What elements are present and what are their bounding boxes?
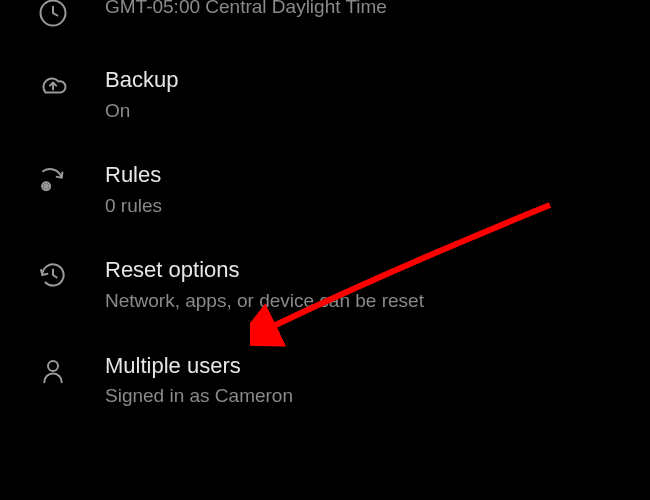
settings-list: GMT-05:00 Central Daylight Time Backup O…: [0, 0, 650, 427]
clock-icon: [0, 0, 105, 28]
backup-title: Backup: [105, 66, 178, 95]
user-icon: [0, 350, 105, 386]
history-icon: [0, 254, 105, 290]
datetime-subtitle: GMT-05:00 Central Daylight Time: [105, 0, 387, 20]
multiuser-subtitle: Signed in as Cameron: [105, 383, 293, 409]
rules-title: Rules: [105, 161, 162, 190]
backup-subtitle: On: [105, 98, 178, 124]
svg-point-7: [48, 361, 58, 371]
settings-item-reset[interactable]: Reset options Network, apps, or device c…: [0, 236, 650, 331]
reset-subtitle: Network, apps, or device can be reset: [105, 288, 424, 314]
rules-icon: [0, 159, 105, 195]
rules-subtitle: 0 rules: [105, 193, 162, 219]
cloud-upload-icon: [0, 64, 105, 100]
settings-item-backup[interactable]: Backup On: [0, 46, 650, 141]
settings-item-rules[interactable]: Rules 0 rules: [0, 141, 650, 236]
multiuser-title: Multiple users: [105, 352, 293, 381]
settings-item-datetime[interactable]: GMT-05:00 Central Daylight Time: [0, 0, 650, 46]
settings-item-multiuser[interactable]: Multiple users Signed in as Cameron: [0, 332, 650, 427]
reset-title: Reset options: [105, 256, 424, 285]
